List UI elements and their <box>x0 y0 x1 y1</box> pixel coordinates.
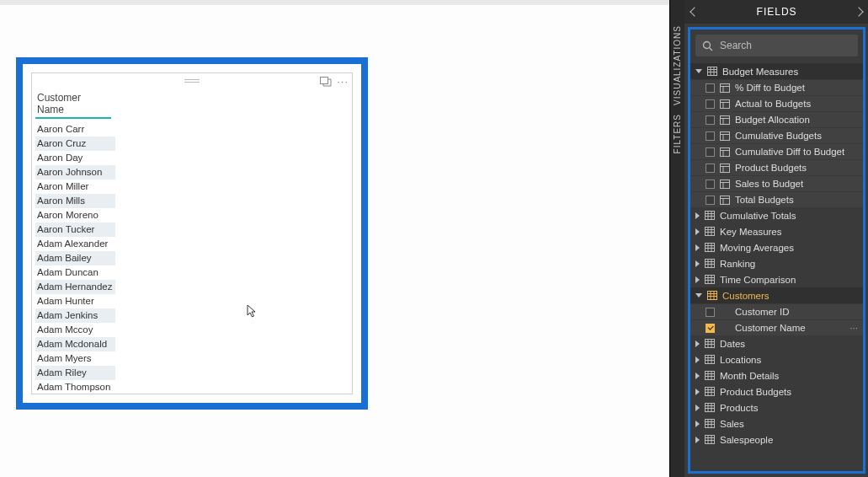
expand-caret-icon[interactable] <box>695 260 700 267</box>
table-row[interactable]: Aaron Day <box>35 151 115 165</box>
table-label: Month Details <box>720 371 858 381</box>
table-row[interactable]: Aaron Carr <box>35 122 115 137</box>
expand-caret-icon[interactable] <box>695 340 700 347</box>
table-visual[interactable]: ··· Customer Name Aaron CarrAaron CruzAa… <box>31 72 353 394</box>
drag-grip-icon[interactable] <box>184 79 200 83</box>
field-checkbox[interactable] <box>706 115 715 125</box>
focus-mode-icon[interactable] <box>320 77 332 87</box>
table-row[interactable]: Adam Duncan <box>35 265 115 280</box>
fields-table-item[interactable]: Time Comparison <box>690 271 863 287</box>
table-row[interactable]: Adam Mccoy <box>35 323 115 337</box>
fields-field-item[interactable]: Actual to Budgets··· <box>690 95 863 111</box>
expand-caret-icon[interactable] <box>695 405 700 411</box>
table-row[interactable]: Adam Jenkins <box>35 308 115 323</box>
table-icon <box>707 67 717 77</box>
column-header[interactable]: Customer Name <box>35 88 111 119</box>
table-row[interactable]: Aaron Moreno <box>35 208 115 222</box>
fields-field-item[interactable]: % Diff to Budget··· <box>690 79 863 95</box>
measure-icon <box>720 179 730 189</box>
field-checkbox[interactable] <box>706 131 715 141</box>
filters-pane-toggle[interactable]: FILTERS <box>673 114 682 153</box>
fields-field-item[interactable]: Customer Name··· <box>690 319 863 335</box>
expand-caret-icon[interactable] <box>695 276 700 283</box>
field-label: Total Budgets <box>735 195 844 205</box>
field-checkbox[interactable] <box>706 308 715 317</box>
field-checkbox[interactable] <box>706 99 715 109</box>
chevron-right-icon[interactable] <box>855 7 864 16</box>
expand-caret-icon[interactable] <box>695 389 700 395</box>
svg-rect-37 <box>706 228 715 236</box>
chevron-left-icon[interactable] <box>690 7 699 16</box>
field-more-icon[interactable]: ··· <box>849 322 858 334</box>
visual-selection-frame[interactable]: ··· Customer Name Aaron CarrAaron CruzAa… <box>16 57 368 410</box>
field-checkbox[interactable] <box>706 196 715 205</box>
fields-pane-body[interactable]: Budget Measures% Diff to Budget···Actual… <box>688 27 865 474</box>
fields-table-item[interactable]: Cumulative Totals <box>690 207 863 223</box>
field-checkbox[interactable] <box>706 324 715 333</box>
table-row[interactable]: Adam Riley <box>35 366 115 380</box>
expand-caret-icon[interactable] <box>695 293 702 297</box>
collapsed-panes-rail[interactable]: VISUALIZATIONS FILTERS <box>669 0 684 477</box>
table-row[interactable]: Aaron Tucker <box>35 222 115 237</box>
fields-field-item[interactable]: Budget Allocation··· <box>690 111 863 127</box>
fields-table-item[interactable]: Sales <box>690 415 863 431</box>
fields-table-item[interactable]: Product Budgets <box>690 383 863 399</box>
expand-caret-icon[interactable] <box>695 372 700 379</box>
table-row[interactable]: Adam Hunter <box>35 294 115 308</box>
table-label: Customers <box>722 291 858 301</box>
visual-header[interactable]: ··· <box>32 73 352 88</box>
expand-caret-icon[interactable] <box>695 421 700 427</box>
field-label: Actual to Budgets <box>735 99 844 109</box>
expand-caret-icon[interactable] <box>695 212 700 219</box>
fields-table-item[interactable]: Locations <box>690 351 863 367</box>
fields-field-item[interactable]: Cumulative Diff to Budget··· <box>690 143 863 159</box>
fields-field-item[interactable]: Sales to Budget··· <box>690 175 863 191</box>
more-options-icon[interactable]: ··· <box>337 75 349 88</box>
report-canvas[interactable]: ··· Customer Name Aaron CarrAaron CruzAa… <box>0 5 669 477</box>
fields-table-item[interactable]: Salespeople <box>690 431 863 448</box>
field-checkbox[interactable] <box>706 83 715 93</box>
table-label: Ranking <box>720 259 858 269</box>
table-row[interactable]: Adam Mcdonald <box>35 337 115 351</box>
fields-table-item[interactable]: Month Details <box>690 367 863 383</box>
expand-caret-icon[interactable] <box>695 244 700 251</box>
table-row[interactable]: Aaron Johnson <box>35 165 115 180</box>
table-row[interactable]: Adam Thompson <box>35 380 115 394</box>
fields-table-item[interactable]: Products <box>690 399 863 415</box>
fields-field-item[interactable]: Product Budgets··· <box>690 159 863 175</box>
fields-table-item[interactable]: Ranking <box>690 255 863 271</box>
svg-rect-29 <box>721 196 730 204</box>
table-row[interactable]: Aaron Miller <box>35 180 115 194</box>
expand-caret-icon[interactable] <box>695 437 700 443</box>
expand-caret-icon[interactable] <box>695 228 700 235</box>
field-label: Sales to Budget <box>735 179 844 189</box>
expand-caret-icon[interactable] <box>695 356 700 363</box>
table-row[interactable]: Aaron Mills <box>35 194 115 208</box>
field-checkbox[interactable] <box>706 180 715 189</box>
fields-field-item[interactable]: Customer ID··· <box>690 303 863 319</box>
table-row[interactable]: Adam Alexander <box>35 237 115 251</box>
table-row[interactable]: Adam Myers <box>35 351 115 366</box>
table-icon <box>705 403 715 413</box>
fields-pane-header[interactable]: FIELDS <box>684 0 868 24</box>
field-checkbox[interactable] <box>706 147 715 157</box>
fields-table-item[interactable]: Moving Averages <box>690 239 863 255</box>
field-checkbox[interactable] <box>706 163 715 173</box>
table-icon <box>705 355 715 365</box>
table-row[interactable]: Adam Hernandez <box>35 280 115 294</box>
visualizations-pane-toggle[interactable]: VISUALIZATIONS <box>673 25 682 105</box>
fields-table-item[interactable]: Customers <box>690 287 863 303</box>
table-body-scroll[interactable]: Customer Name Aaron CarrAaron CruzAaron … <box>32 88 352 394</box>
svg-rect-92 <box>706 436 715 444</box>
expand-caret-icon[interactable] <box>695 69 702 73</box>
table-row[interactable]: Adam Bailey <box>35 251 115 265</box>
table-icon <box>705 419 715 429</box>
fields-table-item[interactable]: Budget Measures <box>690 63 863 79</box>
fields-table-item[interactable]: Dates <box>690 335 863 351</box>
fields-search-input[interactable] <box>720 40 851 51</box>
fields-table-item[interactable]: Key Measures <box>690 223 863 239</box>
fields-field-item[interactable]: Total Budgets··· <box>690 191 863 207</box>
fields-search[interactable] <box>695 35 858 56</box>
table-row[interactable]: Aaron Cruz <box>35 137 115 151</box>
fields-field-item[interactable]: Cumulative Budgets··· <box>690 127 863 143</box>
